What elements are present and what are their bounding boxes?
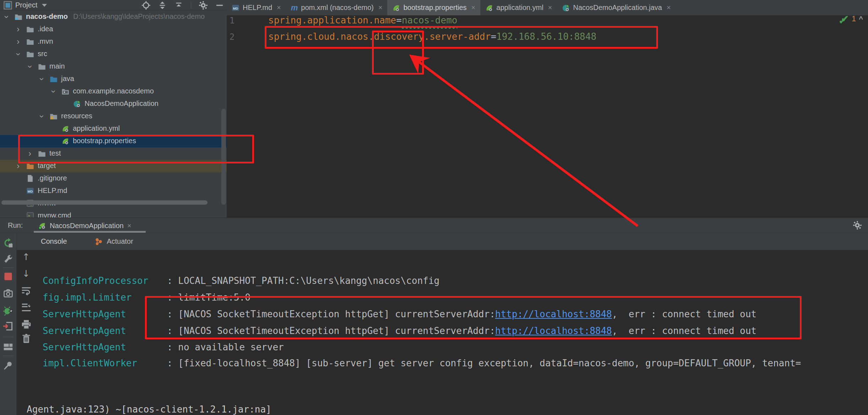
tree-item-label: com.example.nacosdemo: [73, 87, 154, 95]
tab-actuator[interactable]: Actuator: [95, 237, 133, 246]
tree-item--idea[interactable]: ›.idea: [0, 23, 227, 36]
editor-tab-nacosdemoapplication-java[interactable]: NacosDemoApplication.java×: [557, 0, 676, 15]
console-view-tabs: Console Actuator: [17, 233, 868, 250]
tree-item-src[interactable]: ›src: [0, 48, 227, 60]
tree-vertical-scrollbar[interactable]: [221, 109, 226, 205]
chevron-expanded-icon[interactable]: ›: [24, 63, 36, 70]
run-label: Run:: [8, 221, 23, 230]
chevron-expanded-icon[interactable]: ›: [0, 14, 13, 21]
settings-gear-icon[interactable]: [199, 1, 207, 10]
project-view-selector[interactable]: Project: [4, 0, 47, 10]
scroll-to-end-icon[interactable]: [21, 302, 31, 312]
console-line: Agent.java:123) ~[nacos-client-1.2.1.jar…: [36, 401, 868, 415]
class-boot-icon: [562, 4, 570, 12]
tree-item-resources[interactable]: ›resources: [0, 110, 227, 123]
close-icon[interactable]: ×: [667, 4, 671, 12]
project-view-icon: [4, 1, 12, 10]
log-message: : limitTime:5.0: [167, 289, 250, 306]
tree-item-mvnw-cmd[interactable]: >_mvnw.cmd: [0, 210, 227, 217]
tree-item-label: resources: [61, 112, 92, 120]
tree-item-test[interactable]: ›test: [0, 147, 227, 160]
folder-icon: [38, 63, 46, 70]
soft-wrap-icon[interactable]: [21, 285, 31, 295]
tab-console[interactable]: Console: [41, 237, 67, 246]
tree-horizontal-scrollbar[interactable]: [1, 200, 207, 205]
close-icon[interactable]: ×: [548, 4, 552, 12]
down-stack-icon[interactable]: ↓: [21, 269, 31, 279]
file-script-icon: >_: [26, 212, 34, 217]
console-link[interactable]: http://localhost:8848: [495, 309, 612, 319]
chevron-collapsed-icon[interactable]: ›: [15, 23, 22, 36]
chevron-collapsed-icon[interactable]: ›: [15, 36, 22, 48]
console-output: ConfigInfoProcessor: LOCAL_SNAPSHOT_PATH…: [36, 250, 868, 415]
chevron-expanded-icon[interactable]: ›: [36, 76, 48, 83]
console-toolbar: ↑ ↓: [17, 250, 36, 415]
code-line-2[interactable]: spring.cloud.nacos.discovery.server-addr…: [268, 28, 597, 45]
tree-item-label: main: [49, 62, 65, 70]
tree-item--gitignore[interactable]: .gitignore: [0, 172, 227, 185]
property-value: nacos-demo: [402, 15, 458, 26]
tree-item-application-yml[interactable]: application.yml: [0, 123, 227, 135]
log-logger-name: ServerHttpAgent: [43, 323, 126, 339]
debug-rerun-icon[interactable]: [3, 306, 13, 316]
close-icon[interactable]: ×: [471, 4, 475, 12]
chevron-up-icon[interactable]: ^: [859, 15, 863, 23]
print-icon[interactable]: [21, 319, 31, 329]
line-number: 2: [227, 32, 237, 42]
editor-tab-application-yml[interactable]: application.yml×: [480, 0, 557, 15]
up-stack-icon[interactable]: ↑: [21, 252, 31, 262]
thread-dump-camera-icon[interactable]: [3, 289, 13, 298]
chevron-collapsed-icon[interactable]: ›: [15, 160, 22, 172]
run-tab-underline: [34, 231, 146, 233]
layout-icon[interactable]: [3, 342, 13, 352]
exit-icon[interactable]: [3, 321, 13, 331]
tree-item-nacosdemoapplication[interactable]: NacosDemoApplication: [0, 98, 227, 110]
editor-panel: MDHELP.md×mpom.xml (nacos-demo)×bootstra…: [227, 0, 868, 217]
hide-panel-icon[interactable]: [215, 1, 224, 10]
tree-item-label: test: [49, 149, 61, 157]
spring-file-icon: [392, 4, 400, 12]
run-tab-label: NacosDemoApplication: [50, 222, 124, 230]
build-wrench-icon[interactable]: [3, 254, 13, 264]
folder-root-icon: [15, 13, 22, 21]
tree-item-bootstrap-properties[interactable]: bootstrap.properties: [0, 135, 227, 147]
tree-item-label: HELP.md: [38, 187, 67, 195]
chevron-expanded-icon[interactable]: ›: [47, 88, 60, 95]
chevron-expanded-icon[interactable]: ›: [12, 51, 25, 58]
close-icon[interactable]: ×: [378, 4, 383, 12]
tree-item-target[interactable]: ›target: [0, 160, 227, 172]
tree-item-label: mvnw.cmd: [38, 211, 71, 217]
property-value: 192.168.56.10:8848: [496, 31, 597, 42]
file-plain-icon: [26, 174, 34, 182]
tree-item--mvn[interactable]: ›.mvn: [0, 36, 227, 48]
chevron-collapsed-icon[interactable]: ›: [26, 147, 33, 160]
tree-item-path: D:\Users\kangg\IdeaProjects\nacos-demo: [73, 12, 205, 21]
tree-item-help-md[interactable]: MDHELP.md: [0, 185, 227, 197]
log-logger-name: impl.ClientWorker: [43, 355, 137, 371]
project-toolbar: Project: [0, 0, 227, 10]
toolbar-separator: [3, 337, 14, 337]
run-tool-window: Run: NacosDemoApplication × Console Actu…: [0, 217, 868, 415]
inspection-widget[interactable]: ✔✔ 1 ^: [841, 14, 863, 23]
code-line-1[interactable]: spring.application.name=nacos-demo: [268, 12, 457, 28]
file-md-icon: MD: [232, 4, 239, 12]
stop-icon[interactable]: [3, 271, 13, 281]
locate-icon[interactable]: [142, 1, 150, 10]
tree-item-com-example-nacosdemo[interactable]: ›com.example.nacosdemo: [0, 85, 227, 98]
pin-icon[interactable]: [3, 360, 13, 370]
close-icon[interactable]: ×: [277, 4, 281, 12]
close-icon[interactable]: ×: [127, 222, 131, 230]
clear-all-icon[interactable]: [21, 334, 31, 344]
console-link[interactable]: http://localhost:8848: [495, 325, 612, 336]
tree-item-java[interactable]: ›java: [0, 73, 227, 85]
run-settings-gear-icon[interactable]: [853, 221, 862, 230]
spring-run-icon: [38, 221, 46, 230]
tree-item-nacos-demo[interactable]: ›nacos-demoD:\Users\kangg\IdeaProjects\n…: [0, 11, 227, 23]
console-line: ServerHttpAgent: [NACOS SocketTimeoutExc…: [36, 323, 868, 339]
rerun-icon[interactable]: [3, 238, 13, 248]
chevron-expanded-icon[interactable]: ›: [36, 113, 48, 120]
tree-item-label: target: [38, 162, 56, 170]
tree-item-main[interactable]: ›main: [0, 60, 227, 73]
expand-all-icon[interactable]: [158, 1, 167, 10]
collapse-all-icon[interactable]: [174, 1, 183, 10]
